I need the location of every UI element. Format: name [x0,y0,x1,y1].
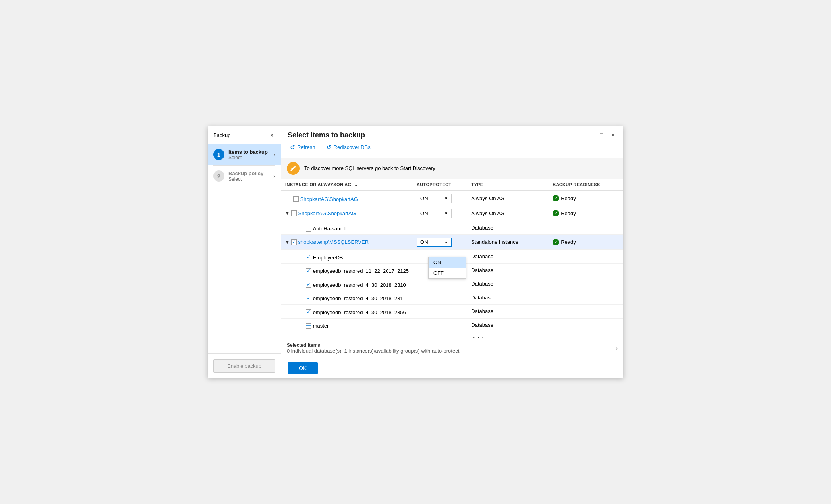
table-row: employeedb_restored_4_30_2018_231Databas… [281,291,623,305]
wrench-icon [290,165,297,172]
col-instance-header[interactable]: INSTANCE OR ALWAYSON AG ▲ [281,179,413,191]
right-header: Select items to backup □ × ↺ Refresh ↺ R… [281,126,623,158]
readiness-cell [549,291,623,305]
autoprotect-cell: ON▼ [413,206,467,221]
ready-dot [553,195,559,201]
step-1-sublabel: Select [228,155,273,160]
autoprotect-dropdown: ON OFF [428,257,466,279]
step-1-label: Items to backup [228,149,273,155]
ok-button[interactable]: OK [288,362,318,374]
autoprotect-cell [413,332,467,338]
col-readiness-header: BACKUP READINESS [549,179,623,191]
step-2-label: Backup policy [228,170,273,176]
instance-link[interactable]: shopkartemp\MSSQLSERVER [298,239,369,245]
row-checkbox[interactable] [306,309,311,315]
backup-title: Backup [213,132,230,138]
instance-name: AutoHa-sample [313,226,349,232]
type-cell: Database [467,332,549,338]
instance-name: employeedb_restored_4_30_2018_2310 [313,282,406,288]
dropdown-option-off[interactable]: OFF [429,268,466,278]
autoprotect-select[interactable]: ON▲ [417,238,452,247]
row-checkbox[interactable] [293,196,299,202]
right-close-button[interactable]: × [609,131,617,139]
maximize-button[interactable]: □ [597,131,605,139]
type-cell: Database [467,221,549,235]
row-checkbox[interactable] [306,323,311,329]
ready-dot [553,239,559,245]
readiness-cell [549,221,623,235]
selected-items-desc: 0 individual database(s), 1 instance(s)/… [287,348,459,354]
instance-link[interactable]: ShopkartAG\ShopkartAG [298,210,356,216]
left-footer: Enable backup [208,353,281,378]
autoprotect-cell: ON▼ [413,191,467,206]
row-checkbox[interactable] [306,296,311,301]
table-row: AutoHa-sampleDatabase [281,221,623,235]
instance-cell: ShopkartAG\ShopkartAG [281,191,413,206]
info-icon [287,162,300,175]
table-row: employeedb_restored_4_30_2018_2356Databa… [281,305,623,319]
col-type-header: TYPE [467,179,549,191]
type-cell: Database [467,318,549,332]
autoprotect-select[interactable]: ON▼ [417,209,452,218]
instance-cell: ▼ shopkartemp\MSSQLSERVER [281,235,413,250]
row-checkbox[interactable] [306,282,311,288]
selected-footer-content: Selected items 0 individual database(s),… [287,342,459,354]
type-cell: Always On AG [467,206,549,221]
type-cell: Database [467,277,549,291]
toolbar: ↺ Refresh ↺ Rediscover DBs [288,139,617,154]
autoprotect-cell [413,318,467,332]
step-1-arrow: › [273,151,275,158]
row-checkbox[interactable] [306,337,311,338]
table-container[interactable]: INSTANCE OR ALWAYSON AG ▲ AUTOPROTECT TY… [281,179,623,338]
autoprotect-select[interactable]: ON▼ [417,194,452,203]
type-cell: Database [467,250,549,264]
autoprotect-cell [413,221,467,235]
step-1-item[interactable]: 1 Items to backup Select › [208,144,281,165]
ready-badge: Ready [553,239,619,245]
ready-label: Ready [561,210,576,216]
expand-btn[interactable]: ▼ [285,240,290,245]
instance-cell: EmployeeDB [281,250,413,264]
sort-up-icon: ▲ [354,183,358,187]
dropdown-option-on[interactable]: ON [429,257,466,268]
ready-badge: Ready [553,195,619,201]
rediscover-button[interactable]: ↺ Rediscover DBs [324,143,373,152]
col-type-label: TYPE [471,182,483,187]
left-header: Backup × [208,126,281,144]
row-checkbox[interactable] [306,255,311,260]
step-1-number: 1 [213,149,224,160]
table-row: employeedb_restored_4_30_2018_2310Databa… [281,277,623,291]
page-title: Select items to backup [288,131,365,139]
col-readiness-label: BACKUP READINESS [553,182,600,187]
row-checkbox[interactable] [291,239,297,245]
autoprotect-cell [413,291,467,305]
instance-cell: ▼ ShopkartAG\ShopkartAG [281,206,413,221]
step-2-item[interactable]: 2 Backup policy Select › [208,166,281,187]
instance-cell: employeedb_restored_4_30_2018_2310 [281,277,413,291]
row-checkbox[interactable] [306,268,311,274]
instance-cell: AutoHa-sample [281,221,413,235]
instance-link[interactable]: ShopkartAG\ShopkartAG [300,196,358,202]
table-row: modelDatabase [281,332,623,338]
rediscover-icon: ↺ [327,144,332,151]
ready-dot [553,210,559,216]
window-controls: □ × [597,131,617,139]
refresh-button[interactable]: ↺ Refresh [288,143,318,152]
step-1-text: Items to backup Select [228,149,273,160]
row-checkbox[interactable] [306,226,311,232]
autoprotect-cell: ON▲ [413,235,467,250]
expand-btn[interactable]: ▼ [285,211,290,216]
readiness-cell: Ready [549,206,623,221]
instance-cell: model [281,332,413,338]
type-cell: Database [467,263,549,277]
readiness-cell [549,332,623,338]
ready-label: Ready [561,239,576,245]
readiness-cell: Ready [549,235,623,250]
type-cell: Always On AG [467,191,549,206]
row-checkbox[interactable] [291,210,297,216]
ready-label: Ready [561,195,576,201]
left-close-button[interactable]: × [269,131,275,140]
selected-footer: Selected items 0 individual database(s),… [281,338,623,358]
autoprotect-cell [413,305,467,319]
enable-backup-button[interactable]: Enable backup [213,359,275,373]
